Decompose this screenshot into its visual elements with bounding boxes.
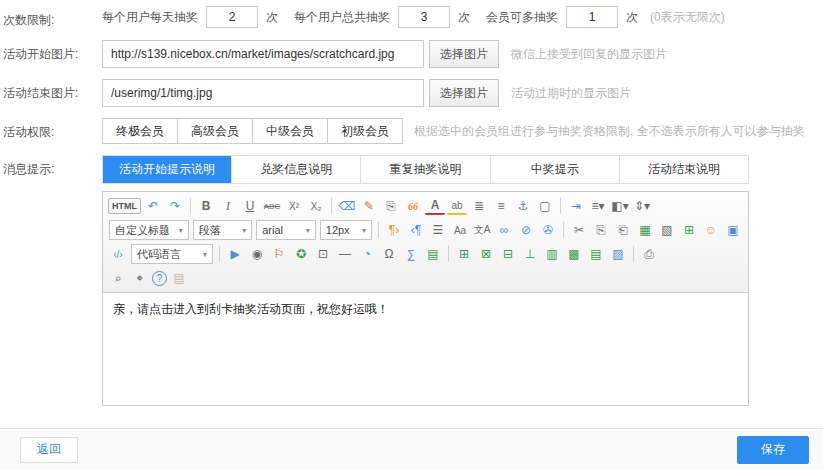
map-icon[interactable]: ⚐ bbox=[269, 244, 289, 264]
undo-icon[interactable]: ↶ bbox=[143, 196, 163, 216]
align-icon[interactable]: ≡▾ bbox=[588, 196, 608, 216]
spreadsheet-icon[interactable]: ▤ bbox=[423, 244, 443, 264]
draft-icon[interactable]: ▤ bbox=[169, 268, 189, 288]
unordered-list-icon[interactable]: ≡ bbox=[491, 196, 511, 216]
custom-title-select-label: 自定义标题 bbox=[115, 223, 170, 238]
screenshot-icon[interactable]: ◉ bbox=[247, 244, 267, 264]
table-insert-icon[interactable]: ⊞ bbox=[454, 244, 474, 264]
insert-image-icon[interactable]: ▣ bbox=[723, 220, 743, 240]
chevron-down-icon: ▾ bbox=[203, 250, 207, 259]
start-image-url-input[interactable] bbox=[102, 40, 424, 68]
formula-icon[interactable]: ∑ bbox=[401, 244, 421, 264]
total-draw-unit: 次 bbox=[458, 9, 470, 26]
attachment-icon[interactable]: ✇ bbox=[538, 220, 558, 240]
tab-win-tip[interactable]: 中奖提示 bbox=[491, 156, 620, 183]
chevron-down-icon: ▾ bbox=[362, 226, 366, 235]
subscript-icon[interactable]: X₂ bbox=[306, 196, 326, 216]
paragraph-list-icon[interactable]: ☰ bbox=[428, 220, 448, 240]
clear-doc-icon[interactable]: ▧ bbox=[657, 220, 677, 240]
member-option-junior[interactable]: 初级会员 bbox=[327, 118, 403, 144]
member-option-senior[interactable]: 高级会员 bbox=[177, 118, 253, 144]
end-image-pick-button[interactable]: 选择图片 bbox=[429, 79, 499, 107]
eraser-icon[interactable]: ⌫ bbox=[337, 196, 357, 216]
merge-cells-icon[interactable]: ▥ bbox=[542, 244, 562, 264]
cut-icon[interactable]: ✂ bbox=[569, 220, 589, 240]
tab-redeem-info[interactable]: 兑奖信息说明 bbox=[232, 156, 361, 183]
code-language-select-label: 代码语言 bbox=[137, 247, 181, 262]
search-icon[interactable]: ⌕ bbox=[108, 268, 128, 288]
paste-special-icon[interactable]: ⎗ bbox=[613, 220, 633, 240]
translate-icon[interactable]: 文A bbox=[472, 220, 492, 240]
table-icon[interactable]: ⊞ bbox=[679, 220, 699, 240]
redo-icon[interactable]: ↷ bbox=[165, 196, 185, 216]
ordered-list-icon[interactable]: ≣ bbox=[469, 196, 489, 216]
start-image-row: 活动开始图片: 选择图片 微信上接受到回复的显示图片 bbox=[0, 40, 823, 68]
col-insert-icon[interactable]: ⊥ bbox=[520, 244, 540, 264]
format-brush-icon[interactable]: ✎ bbox=[359, 196, 379, 216]
source-code-button[interactable]: HTML bbox=[108, 198, 141, 214]
iframe-icon[interactable]: ⊡ bbox=[313, 244, 333, 264]
limit-row: 次数限制: 每个用户每天抽奖 次 每个用户总共抽奖 次 会员可多抽奖 次 (0表… bbox=[0, 6, 823, 29]
tab-activity-start-tip[interactable]: 活动开始提示说明 bbox=[103, 156, 232, 183]
help-icon[interactable]: ? bbox=[152, 271, 167, 286]
table-title-icon[interactable]: ▤ bbox=[586, 244, 606, 264]
font-family-select[interactable]: arial▾ bbox=[256, 220, 316, 240]
link-icon[interactable]: ∞ bbox=[494, 220, 514, 240]
editor-content[interactable]: 亲，请点击进入到刮卡抽奖活动页面，祝您好运哦！ bbox=[103, 293, 748, 405]
split-cells-icon[interactable]: ▩ bbox=[564, 244, 584, 264]
new-page-icon[interactable]: ▢ bbox=[535, 196, 555, 216]
tab-repeat-draw[interactable]: 重复抽奖说明 bbox=[361, 156, 490, 183]
paste-icon[interactable]: ⎘ bbox=[381, 196, 401, 216]
date-time-icon[interactable]: ◔ bbox=[357, 244, 377, 264]
copy-icon[interactable]: ⎘ bbox=[591, 220, 611, 240]
table-delete-icon[interactable]: ⊠ bbox=[476, 244, 496, 264]
highlight-color-icon[interactable]: ab bbox=[447, 197, 467, 215]
select-all-icon[interactable]: ▦ bbox=[635, 220, 655, 240]
background-icon[interactable]: ▨ bbox=[608, 244, 628, 264]
indent-icon[interactable]: ⇥ bbox=[566, 196, 586, 216]
entering-rtl-icon[interactable]: ‹¶ bbox=[406, 220, 426, 240]
emotion-icon[interactable]: ☺ bbox=[701, 220, 721, 240]
member-option-middle[interactable]: 中级会员 bbox=[252, 118, 328, 144]
strikethrough-icon[interactable]: ABC bbox=[262, 196, 282, 216]
member-extra-draw-input[interactable] bbox=[566, 6, 618, 28]
end-image-url-input[interactable] bbox=[102, 79, 424, 107]
total-draw-input[interactable] bbox=[398, 6, 450, 28]
bold-icon[interactable]: B bbox=[196, 196, 216, 216]
underline-icon[interactable]: U bbox=[240, 196, 260, 216]
blockquote-icon[interactable]: 66 bbox=[403, 196, 423, 216]
paragraph-select[interactable]: 段落▾ bbox=[193, 220, 253, 240]
anchor-icon[interactable]: ⚓ bbox=[513, 196, 533, 216]
entering-ltr-icon[interactable]: ¶› bbox=[384, 220, 404, 240]
google-map-icon[interactable]: ✪ bbox=[291, 244, 311, 264]
custom-title-select[interactable]: 自定义标题▾ bbox=[109, 220, 189, 240]
word-case-icon[interactable]: Aa bbox=[450, 220, 470, 240]
daily-draw-input[interactable] bbox=[206, 6, 258, 28]
video-icon[interactable]: ▶ bbox=[225, 244, 245, 264]
special-char-icon[interactable]: Ω bbox=[379, 244, 399, 264]
italic-icon[interactable]: I bbox=[218, 196, 238, 216]
toolbar-separator bbox=[633, 246, 634, 262]
message-row-label: 消息提示: bbox=[0, 155, 102, 178]
find-replace-icon[interactable]: ⌖ bbox=[130, 268, 150, 288]
paragraph-select-label: 段落 bbox=[199, 223, 221, 238]
permission-row: 活动权限: 终极会员 高级会员 中级会员 初级会员 根据选中的会员组进行参与抽奖… bbox=[0, 118, 823, 144]
row-insert-icon[interactable]: ⊟ bbox=[498, 244, 518, 264]
font-size-select[interactable]: 12px▾ bbox=[320, 220, 372, 240]
float-icon[interactable]: ◧▾ bbox=[610, 196, 630, 216]
superscript-icon[interactable]: X² bbox=[284, 196, 304, 216]
code-language-select[interactable]: 代码语言▾ bbox=[131, 244, 213, 264]
member-option-ultimate[interactable]: 终极会员 bbox=[102, 118, 178, 144]
font-color-icon[interactable]: A bbox=[425, 197, 445, 215]
toolbar-separator bbox=[560, 198, 561, 214]
start-image-pick-button[interactable]: 选择图片 bbox=[429, 40, 499, 68]
tab-activity-end[interactable]: 活动结束说明 bbox=[620, 156, 748, 183]
unlink-icon[interactable]: ⊘ bbox=[516, 220, 536, 240]
code-block-icon[interactable]: ‹/› bbox=[108, 244, 128, 264]
save-button[interactable]: 保存 bbox=[737, 436, 809, 464]
toolbar-row-1: HTML↶↷BIUABCX²X₂⌫✎⎘66Aab≣≡⚓▢⇥≡▾◧▾⇕▾ bbox=[107, 194, 744, 218]
horizontal-rule-icon[interactable]: — bbox=[335, 244, 355, 264]
back-button[interactable]: 返回 bbox=[20, 437, 78, 463]
print-icon[interactable]: ⎙ bbox=[639, 244, 659, 264]
line-height-icon[interactable]: ⇕▾ bbox=[632, 196, 652, 216]
